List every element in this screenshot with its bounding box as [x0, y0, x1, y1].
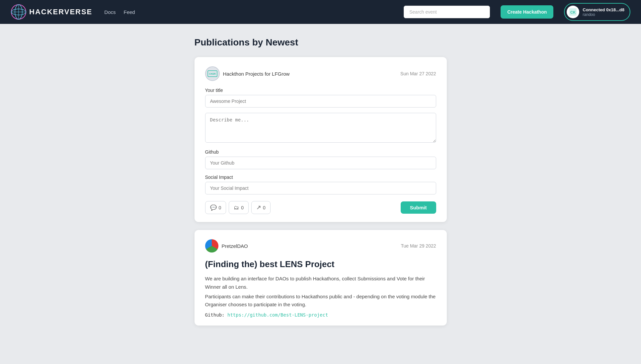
card2-date: Tue Mar 29 2022	[401, 243, 436, 249]
social-impact-label: Social Impact	[205, 175, 436, 180]
card2-author: PretzelDAO	[205, 239, 248, 253]
card-footer: 0 0 0 Submit	[205, 201, 436, 214]
pretzel-author-name: PretzelDAO	[222, 243, 248, 249]
chat-icon	[210, 204, 217, 211]
nav-feed[interactable]: Feed	[124, 9, 135, 15]
author-avatar: CKER	[205, 66, 220, 81]
card-actions: 0 0 0	[205, 201, 271, 214]
pretzel-dao-card: PretzelDAO Tue Mar 29 2022 (Finding the)…	[195, 230, 447, 326]
github-prefix: Github:	[205, 312, 225, 318]
description-textarea[interactable]	[205, 113, 436, 143]
search-input[interactable]	[404, 6, 490, 18]
comment-button[interactable]: 0	[205, 201, 226, 214]
main-content: Publications by Newest CKER Hackthon Pro…	[188, 24, 453, 353]
post-body-1: We are building an interface for DAOs to…	[205, 275, 436, 291]
svg-text:CKER: CKER	[209, 73, 216, 75]
share-icon	[256, 204, 261, 211]
submit-button[interactable]: Submit	[401, 201, 436, 214]
github-input[interactable]	[205, 157, 436, 169]
social-impact-field-group: Social Impact	[205, 175, 436, 194]
share-count: 0	[263, 205, 266, 210]
create-hackathon-button[interactable]: Create Hackathon	[501, 5, 553, 19]
svg-text:CK: CK	[570, 10, 576, 14]
pretzel-avatar	[205, 239, 218, 253]
collect-count: 0	[241, 205, 244, 210]
navbar: HACKERVERSE Docs Feed Create Hackathon C…	[0, 0, 641, 24]
collect-icon	[234, 205, 239, 211]
globe-icon	[11, 4, 27, 20]
title-input[interactable]	[205, 95, 436, 108]
github-field-group: Github	[205, 149, 436, 169]
social-impact-input[interactable]	[205, 182, 436, 194]
user-menu[interactable]: CK Connected 0x18...d8 randoo	[564, 3, 630, 21]
nav-docs[interactable]: Docs	[104, 9, 116, 15]
cker-logo-icon: CKER	[207, 70, 217, 77]
post-github: Github: https://github.com/Best-LENS-pro…	[205, 312, 436, 318]
card-header: CKER Hackthon Projects for LFGrow Sun Ma…	[205, 66, 436, 81]
card-author: CKER Hackthon Projects for LFGrow	[205, 66, 290, 81]
user-address: Connected 0x18...d8	[583, 7, 624, 12]
post-title: (Finding the) best LENS Project	[205, 259, 436, 269]
submission-card: CKER Hackthon Projects for LFGrow Sun Ma…	[195, 57, 447, 222]
github-label: Github	[205, 149, 436, 155]
card-date: Sun Mar 27 2022	[400, 71, 436, 76]
user-avatar-icon: CK	[568, 7, 578, 17]
author-name: Hackthon Projects for LFGrow	[223, 71, 290, 77]
logo-text: HACKERVERSE	[29, 8, 92, 16]
comment-count: 0	[219, 205, 221, 210]
avatar: CK	[567, 6, 579, 18]
post-body-2: Participants can make their contribution…	[205, 293, 436, 309]
user-name: randoo	[583, 12, 595, 17]
collect-button[interactable]: 0	[229, 201, 249, 214]
user-info: Connected 0x18...d8 randoo	[583, 7, 624, 17]
logo[interactable]: HACKERVERSE	[11, 4, 92, 20]
github-link[interactable]: https://github.com/Best-LENS-project	[227, 312, 328, 318]
share-button[interactable]: 0	[251, 201, 271, 214]
description-field-group	[205, 113, 436, 144]
nav-links: Docs Feed	[104, 9, 135, 15]
page-title: Publications by Newest	[195, 37, 447, 48]
card2-header: PretzelDAO Tue Mar 29 2022	[205, 239, 436, 253]
title-field-group: Your title	[205, 88, 436, 108]
title-label: Your title	[205, 88, 436, 93]
